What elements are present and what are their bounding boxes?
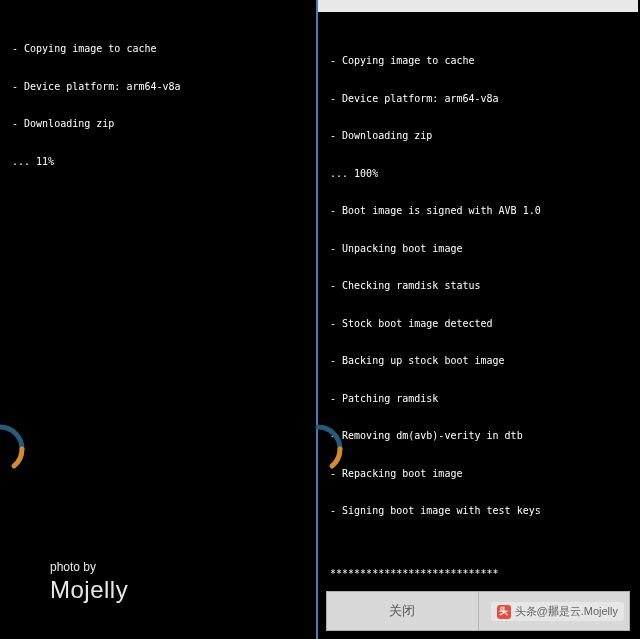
- log-line: - Downloading zip: [330, 130, 626, 143]
- log-line: - Copying image to cache: [12, 43, 304, 56]
- log-line: - Device platform: arm64-v8a: [330, 93, 626, 106]
- attribution-badge: 头 头条@那是云.Mojelly: [491, 602, 624, 621]
- log-line: - Device platform: arm64-v8a: [12, 81, 304, 94]
- log-line: - Stock boot image detected: [330, 318, 626, 331]
- attribution-text: 头条@那是云.Mojelly: [515, 604, 618, 619]
- close-button[interactable]: 关闭: [327, 592, 479, 630]
- left-panel: - Copying image to cache - Device platfo…: [0, 0, 318, 639]
- log-line: - Boot image is signed with AVB 1.0: [330, 205, 626, 218]
- log-line: - Backing up stock boot image: [330, 355, 626, 368]
- status-bar: [318, 0, 638, 12]
- log-line: - Unpacking boot image: [330, 243, 626, 256]
- log-line: - Removing dm(avb)-verity in dtb: [330, 430, 626, 443]
- terminal-output-left: - Copying image to cache - Device platfo…: [0, 0, 316, 193]
- log-line: - Patching ramdisk: [330, 393, 626, 406]
- log-line: ... 100%: [330, 168, 626, 181]
- log-line: - Repacking boot image: [330, 468, 626, 481]
- log-line: - Copying image to cache: [330, 55, 626, 68]
- loading-spinner-icon: [288, 419, 348, 479]
- log-line: - Signing boot image with test keys: [330, 505, 626, 518]
- log-line: - Checking ramdisk status: [330, 280, 626, 293]
- right-panel: - Copying image to cache - Device platfo…: [318, 0, 638, 639]
- watermark-line2: Mojelly: [50, 576, 128, 604]
- watermark: photo by Mojelly: [50, 560, 128, 604]
- log-line: - Downloading zip: [12, 118, 304, 131]
- toutiao-icon: 头: [497, 605, 511, 619]
- log-line: ... 11%: [12, 156, 304, 169]
- loading-spinner-icon: [0, 419, 30, 479]
- terminal-output-right: - Copying image to cache - Device platfo…: [318, 12, 638, 639]
- watermark-line1: photo by: [50, 560, 128, 574]
- log-line: ****************************: [330, 568, 626, 581]
